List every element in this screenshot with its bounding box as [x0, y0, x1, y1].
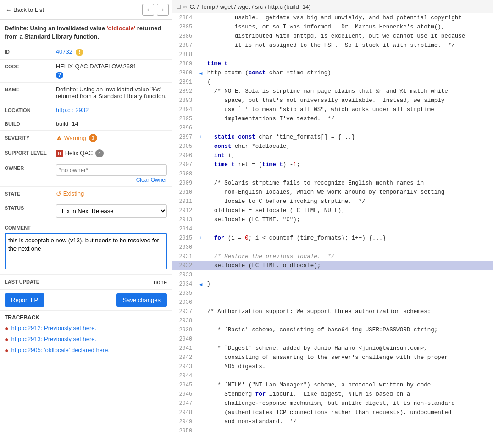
status-select[interactable]: Fix in Next ReleasePendingJustifiedNot a…: [56, 204, 167, 218]
owner-row: OWNER Clear Owner: [0, 161, 172, 186]
line-number: 2949: [172, 417, 197, 426]
table-row: 2944: [172, 371, 493, 381]
line-number: 2896: [172, 123, 197, 133]
line-code: * `Digest' scheme, added by Junio Hamano…: [205, 344, 493, 353]
name-label: NAME: [0, 82, 51, 103]
line-marker: [197, 59, 205, 68]
line-code: * `Basic' scheme, consisting of base64-i…: [205, 325, 493, 335]
warning-badge: ! Warning 3: [56, 134, 97, 142]
line-marker: [197, 32, 205, 41]
save-changes-button[interactable]: Save changes: [116, 293, 167, 307]
line-number: 2937: [172, 307, 197, 316]
table-row: 2948 (authenticates TCP connections rath…: [172, 408, 493, 417]
traceback-list: ●http.c:2912: Previously set here.●http.…: [5, 325, 167, 354]
state-row: STATE ↺ Existing: [0, 186, 172, 201]
back-arrow-icon: ←: [6, 6, 11, 13]
table-row: 2913 setlocale (LC_TIME, "C");: [172, 215, 493, 224]
line-code: distributed with phttpd, is excellent, b…: [205, 32, 493, 41]
traceback-link[interactable]: http.c:2912: Previously set here.: [11, 325, 96, 331]
table-row: 2908: [172, 169, 493, 179]
prev-nav-button[interactable]: ‹: [142, 4, 154, 16]
line-marker: [197, 417, 205, 426]
detail-table: ID 40732 ! CODE HELIX-QAC.DATAFLOW.2681 …: [0, 45, 172, 221]
left-panel: ← Back to List ‹ › Definite: Using an in…: [0, 0, 172, 448]
line-code: static const char *time_formats[] = {...…: [205, 133, 493, 142]
back-to-list-button[interactable]: ← Back to List: [3, 5, 47, 15]
line-number: 2915: [172, 234, 197, 243]
warning-triangle-icon: !: [56, 135, 62, 141]
location-link[interactable]: http.c : 2932: [56, 106, 89, 113]
line-marker: [197, 50, 205, 59]
traceback-link[interactable]: http.c:2905: 'oldlocale' declared here.: [11, 347, 110, 353]
next-nav-button[interactable]: ›: [157, 4, 169, 16]
comment-label: COMMENT: [5, 225, 167, 230]
line-code: space, but that's not universally availa…: [205, 96, 493, 105]
traceback-item: ●http.c:2913: Previously set here.: [5, 336, 167, 343]
build-value: build_14: [51, 117, 172, 130]
line-code: time_t ret = (time_t) -1;: [205, 160, 493, 169]
report-fp-button[interactable]: Report FP: [5, 293, 44, 307]
copy-icon[interactable]: ⎓: [183, 3, 187, 10]
table-row: 2939 * `Basic' scheme, consisting of bas…: [172, 325, 493, 335]
severity-text: Warning: [64, 134, 86, 141]
line-code: {: [205, 78, 493, 87]
line-code: [205, 371, 493, 381]
line-number: 2932: [172, 261, 197, 270]
line-marker: [197, 188, 205, 197]
table-row: 2938: [172, 316, 493, 325]
back-bar: ← Back to List ‹ ›: [0, 0, 172, 20]
line-number: 2907: [172, 160, 197, 169]
table-row: 2907 time_t ret = (time_t) -1;: [172, 160, 493, 169]
table-row: 2888: [172, 50, 493, 59]
line-marker: [197, 169, 205, 179]
action-row: Report FP Save changes: [0, 290, 172, 311]
line-marker: [197, 78, 205, 87]
help-icon[interactable]: ?: [56, 72, 63, 79]
table-row: 2945 * `NTLM' ("NT Lan Manager") scheme,…: [172, 381, 493, 390]
traceback-label: TRACEBACK: [5, 314, 167, 321]
traceback-error-icon: ●: [5, 347, 8, 354]
line-number: 2943: [172, 362, 197, 371]
line-number: 2888: [172, 50, 197, 59]
last-update-row: LAST UPDATE none: [0, 275, 172, 290]
support-count: 4: [95, 149, 104, 157]
code-body[interactable]: 2884 usable. getdate was big and unwield…: [172, 13, 493, 448]
table-row: 2911 locale to C before invoking strptim…: [172, 197, 493, 206]
last-update-label: LAST UPDATE: [5, 279, 39, 285]
line-code: [205, 169, 493, 179]
table-row: 2909 /* Solaris strptime fails to recogn…: [172, 179, 493, 188]
location-row: LOCATION http.c : 2932: [0, 103, 172, 117]
table-row: 2906 int i;: [172, 151, 493, 160]
line-code: setlocale (LC_TIME, "C");: [205, 215, 493, 224]
line-code: /* NOTE: Solaris strptime man page claim…: [205, 87, 493, 96]
line-number: 2944: [172, 371, 197, 381]
table-row: 2887 it is not assigned to the FSF. So I…: [172, 41, 493, 50]
owner-input[interactable]: [56, 164, 167, 176]
traceback-item: ●http.c:2905: 'oldlocale' declared here.: [5, 347, 167, 354]
id-label: ID: [0, 45, 51, 59]
line-marker: [197, 13, 205, 22]
line-number: 2893: [172, 96, 197, 105]
id-link[interactable]: 40732: [56, 48, 72, 55]
expand-icon[interactable]: □: [177, 3, 180, 10]
line-code: http_atotm (const char *time_string): [205, 68, 493, 78]
comment-textarea[interactable]: [5, 233, 167, 269]
code-path: C: / Temp / wget / wget / src / http.c (…: [189, 3, 310, 10]
back-to-list-label: Back to List: [13, 6, 44, 13]
table-row: 2891{: [172, 78, 493, 87]
build-row: BUILD build_14: [0, 117, 172, 130]
table-row: 2930: [172, 243, 493, 252]
line-number: 2941: [172, 344, 197, 353]
owner-label: OWNER: [0, 161, 51, 186]
line-marker: [197, 316, 205, 325]
line-number: 2886: [172, 32, 197, 41]
line-code: MD5 digests.: [205, 362, 493, 371]
line-number: 2931: [172, 252, 197, 261]
line-number: 2933: [172, 270, 197, 280]
line-number: 2891: [172, 78, 197, 87]
line-number: 2905: [172, 142, 197, 151]
line-number: 2942: [172, 353, 197, 362]
clear-owner-button[interactable]: Clear Owner: [136, 177, 167, 183]
traceback-link[interactable]: http.c:2913: Previously set here.: [11, 336, 96, 342]
line-code: * `NTLM' ("NT Lan Manager") scheme, a pr…: [205, 381, 493, 390]
